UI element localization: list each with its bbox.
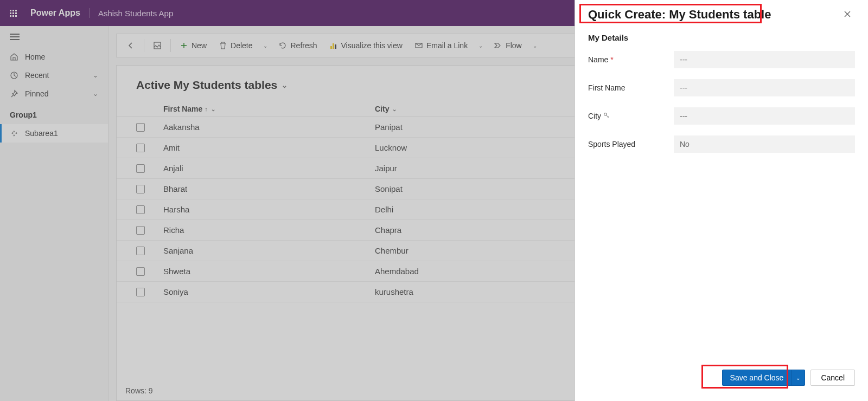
- delete-label: Delete: [231, 41, 252, 50]
- save-and-close-split-button: Save and Close ⌄: [722, 370, 806, 386]
- checkbox[interactable]: [136, 267, 145, 276]
- rows-count: Rows: 9: [125, 386, 153, 395]
- email-link-button[interactable]: Email a Link: [409, 38, 473, 53]
- save-split-chevron[interactable]: ⌄: [791, 370, 805, 385]
- cancel-button[interactable]: Cancel: [810, 370, 855, 386]
- close-icon: [843, 10, 852, 18]
- cell-firstname: Amit: [163, 143, 375, 152]
- field-value: ---: [680, 55, 687, 64]
- sportsplayed-field[interactable]: No: [674, 135, 855, 153]
- name-field[interactable]: ---: [674, 51, 855, 68]
- close-button[interactable]: [840, 8, 855, 23]
- checkbox[interactable]: [136, 288, 145, 296]
- chevron-down-icon: ⌄: [93, 72, 98, 79]
- sidebar-item-label: Subarea1: [25, 129, 58, 138]
- brand-label[interactable]: Power Apps: [30, 8, 90, 18]
- home-icon: [10, 53, 18, 61]
- flow-icon: [494, 41, 502, 50]
- sidebar-item-subarea1[interactable]: Subarea1: [0, 124, 108, 143]
- panel-title: Quick Create: My Students table: [588, 8, 771, 22]
- row-checkbox-cell[interactable]: [136, 267, 163, 276]
- row-checkbox-cell[interactable]: [136, 164, 163, 173]
- app-name-label: Ashish Students App: [98, 9, 173, 18]
- row-checkbox-cell[interactable]: [136, 185, 163, 193]
- row-checkbox-cell[interactable]: [136, 123, 163, 132]
- checkbox[interactable]: [136, 185, 145, 193]
- new-button[interactable]: New: [174, 38, 212, 53]
- save-and-close-button[interactable]: Save and Close: [723, 370, 792, 385]
- row-checkbox-cell[interactable]: [136, 226, 163, 235]
- cell-firstname: Shweta: [163, 267, 375, 276]
- cell-firstname: Richa: [163, 225, 375, 235]
- visualize-button[interactable]: Visualize this view: [324, 38, 408, 53]
- sort-asc-icon: ↑: [205, 106, 208, 112]
- firstname-field[interactable]: ---: [674, 79, 855, 96]
- row-checkbox-cell[interactable]: [136, 205, 163, 214]
- field-value: ---: [680, 83, 687, 92]
- flow-button[interactable]: Flow: [488, 38, 527, 53]
- required-indicator: *: [610, 55, 613, 64]
- form-label-name: Name *: [588, 55, 669, 64]
- email-link-label: Email a Link: [426, 41, 468, 50]
- delete-button[interactable]: Delete: [213, 38, 258, 53]
- row-checkbox-cell[interactable]: [136, 247, 163, 255]
- checkbox[interactable]: [136, 205, 145, 214]
- sidebar-group-label: Group1: [10, 111, 37, 119]
- form-label-sportsplayed: Sports Played: [588, 140, 669, 148]
- checkbox[interactable]: [136, 226, 145, 235]
- email-icon: [414, 41, 423, 50]
- cell-firstname: Bharat: [163, 184, 375, 193]
- checkbox[interactable]: [136, 123, 145, 132]
- select-all-column[interactable]: [136, 105, 163, 113]
- panel-section-header: My Details: [575, 29, 868, 46]
- label-text: Sports Played: [588, 140, 635, 148]
- visualize-label: Visualize this view: [341, 41, 403, 50]
- cell-firstname: Sanjana: [163, 246, 375, 255]
- component-icon: [10, 129, 18, 138]
- label-text: City: [588, 112, 601, 120]
- trash-icon: [219, 41, 227, 50]
- field-value: No: [680, 140, 690, 148]
- checkbox[interactable]: [136, 144, 145, 152]
- column-header-firstname[interactable]: First Name ↑ ⌄: [163, 105, 375, 113]
- flow-split-chevron[interactable]: ⌄: [528, 43, 541, 49]
- sidebar-item-label: Home: [25, 53, 45, 61]
- form-row-firstname: First Name ---: [575, 74, 868, 102]
- checkbox[interactable]: [136, 247, 145, 255]
- panel-header: Quick Create: My Students table: [575, 0, 868, 29]
- sidebar-item-home[interactable]: Home: [0, 48, 108, 66]
- sidebar-group-header: Group1: [0, 103, 108, 124]
- app-launcher-icon[interactable]: [4, 4, 22, 22]
- label-text: First Name: [588, 83, 625, 92]
- form-row-city: City ---: [575, 102, 868, 130]
- form-row-name: Name * ---: [575, 46, 868, 74]
- pin-icon: [10, 89, 18, 98]
- chevron-down-icon: ⌄: [93, 90, 98, 98]
- cell-firstname: Anjali: [163, 164, 375, 173]
- view-title-text: Active My Students tables: [136, 79, 277, 92]
- email-split-chevron[interactable]: ⌄: [474, 43, 487, 49]
- sidebar-item-label: Recent: [25, 71, 49, 80]
- clock-icon: [10, 71, 18, 80]
- separator: [170, 39, 171, 52]
- row-checkbox-cell[interactable]: [136, 144, 163, 152]
- quick-create-panel: Quick Create: My Students table My Detai…: [575, 0, 868, 401]
- refresh-icon: [278, 41, 287, 50]
- refresh-button[interactable]: Refresh: [273, 38, 322, 53]
- sidebar-toggle-icon[interactable]: [0, 26, 108, 48]
- svg-rect-2: [330, 46, 332, 49]
- focused-view-button[interactable]: [148, 38, 167, 53]
- cell-firstname: Aakansha: [163, 122, 375, 132]
- row-checkbox-cell[interactable]: [136, 288, 163, 296]
- separator: [144, 39, 144, 52]
- checkbox[interactable]: [136, 164, 145, 173]
- panel-footer: Save and Close ⌄ Cancel: [575, 362, 868, 401]
- delete-split-chevron[interactable]: ⌄: [259, 43, 272, 49]
- sidebar-item-pinned[interactable]: Pinned ⌄: [0, 85, 108, 103]
- cell-firstname: Harsha: [163, 205, 375, 214]
- column-header-label: City: [375, 105, 389, 113]
- refresh-label: Refresh: [290, 41, 317, 50]
- back-button[interactable]: [121, 38, 141, 53]
- city-field[interactable]: ---: [674, 107, 855, 125]
- sidebar-item-recent[interactable]: Recent ⌄: [0, 66, 108, 85]
